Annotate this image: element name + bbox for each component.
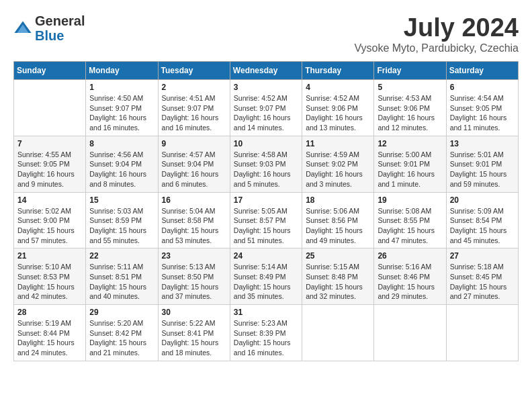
day-number: 16 (162, 195, 226, 205)
calendar-cell: 21Sunrise: 5:10 AMSunset: 8:53 PMDayligh… (14, 248, 86, 305)
calendar-cell: 24Sunrise: 5:14 AMSunset: 8:49 PMDayligh… (230, 248, 302, 305)
day-info: Sunrise: 5:04 AMSunset: 8:58 PMDaylight:… (162, 206, 226, 246)
day-number: 19 (378, 195, 442, 205)
day-number: 31 (234, 308, 298, 317)
calendar: SundayMondayTuesdayWednesdayThursdayFrid… (13, 61, 519, 361)
day-info: Sunrise: 4:58 AMSunset: 9:03 PMDaylight:… (234, 150, 298, 189)
calendar-week-2: 7Sunrise: 4:55 AMSunset: 9:05 PMDaylight… (14, 136, 519, 192)
day-number: 21 (17, 251, 82, 261)
day-info: Sunrise: 4:54 AMSunset: 9:05 PMDaylight:… (450, 93, 515, 133)
day-info: Sunrise: 4:56 AMSunset: 9:04 PMDaylight:… (89, 150, 154, 189)
calendar-cell: 31Sunrise: 5:23 AMSunset: 8:39 PMDayligh… (230, 305, 302, 361)
calendar-cell: 4Sunrise: 4:52 AMSunset: 9:06 PMDaylight… (302, 80, 374, 136)
calendar-cell: 11Sunrise: 4:59 AMSunset: 9:02 PMDayligh… (302, 136, 374, 192)
day-info: Sunrise: 5:11 AMSunset: 8:51 PMDaylight:… (89, 262, 154, 302)
day-number: 11 (306, 139, 370, 148)
month-title: July 2024 (354, 13, 519, 42)
calendar-cell: 18Sunrise: 5:06 AMSunset: 8:56 PMDayligh… (302, 192, 374, 248)
day-info: Sunrise: 5:10 AMSunset: 8:53 PMDaylight:… (17, 262, 82, 302)
day-info: Sunrise: 5:09 AMSunset: 8:54 PMDaylight:… (450, 206, 515, 246)
calendar-cell: 25Sunrise: 5:15 AMSunset: 8:48 PMDayligh… (302, 248, 374, 305)
calendar-cell: 27Sunrise: 5:18 AMSunset: 8:45 PMDayligh… (446, 248, 518, 305)
day-number: 24 (234, 251, 298, 261)
day-info: Sunrise: 5:23 AMSunset: 8:39 PMDaylight:… (234, 318, 298, 358)
day-number: 27 (450, 251, 515, 261)
logo-text: General Blue (35, 13, 85, 43)
calendar-cell: 28Sunrise: 5:19 AMSunset: 8:44 PMDayligh… (14, 305, 86, 361)
day-number: 10 (234, 139, 298, 148)
calendar-cell: 29Sunrise: 5:20 AMSunset: 8:42 PMDayligh… (86, 305, 158, 361)
day-info: Sunrise: 5:13 AMSunset: 8:50 PMDaylight:… (162, 262, 226, 302)
logo: General Blue (13, 13, 85, 43)
day-number: 5 (378, 83, 442, 92)
day-number: 6 (450, 83, 515, 92)
calendar-cell: 15Sunrise: 5:03 AMSunset: 8:59 PMDayligh… (86, 192, 158, 248)
day-info: Sunrise: 5:18 AMSunset: 8:45 PMDaylight:… (450, 262, 515, 302)
day-info: Sunrise: 4:57 AMSunset: 9:04 PMDaylight:… (162, 150, 226, 189)
day-number: 1 (89, 83, 154, 92)
page-header: General Blue July 2024 Vysoke Myto, Pard… (13, 13, 519, 54)
day-number: 20 (450, 195, 515, 205)
calendar-cell: 26Sunrise: 5:16 AMSunset: 8:46 PMDayligh… (374, 248, 446, 305)
title-section: July 2024 Vysoke Myto, Pardubicky, Czech… (354, 13, 519, 54)
calendar-cell: 16Sunrise: 5:04 AMSunset: 8:58 PMDayligh… (158, 192, 230, 248)
header-saturday: Saturday (446, 62, 518, 80)
day-number: 23 (162, 251, 226, 261)
calendar-header-row: SundayMondayTuesdayWednesdayThursdayFrid… (14, 62, 519, 80)
calendar-cell (374, 305, 446, 361)
calendar-week-4: 21Sunrise: 5:10 AMSunset: 8:53 PMDayligh… (14, 248, 519, 305)
calendar-week-5: 28Sunrise: 5:19 AMSunset: 8:44 PMDayligh… (14, 305, 519, 361)
calendar-cell: 7Sunrise: 4:55 AMSunset: 9:05 PMDaylight… (14, 136, 86, 192)
day-number: 4 (306, 83, 370, 92)
logo-icon (13, 19, 32, 38)
day-info: Sunrise: 4:53 AMSunset: 9:06 PMDaylight:… (378, 93, 442, 133)
day-number: 14 (17, 195, 82, 205)
calendar-cell: 1Sunrise: 4:50 AMSunset: 9:07 PMDaylight… (86, 80, 158, 136)
day-number: 8 (89, 139, 154, 148)
calendar-cell (302, 305, 374, 361)
calendar-cell: 14Sunrise: 5:02 AMSunset: 9:00 PMDayligh… (14, 192, 86, 248)
calendar-cell: 19Sunrise: 5:08 AMSunset: 8:55 PMDayligh… (374, 192, 446, 248)
day-info: Sunrise: 5:20 AMSunset: 8:42 PMDaylight:… (89, 318, 154, 358)
header-wednesday: Wednesday (230, 62, 302, 80)
day-info: Sunrise: 5:22 AMSunset: 8:41 PMDaylight:… (162, 318, 226, 358)
day-number: 18 (306, 195, 370, 205)
day-info: Sunrise: 4:52 AMSunset: 9:07 PMDaylight:… (234, 93, 298, 133)
calendar-cell: 23Sunrise: 5:13 AMSunset: 8:50 PMDayligh… (158, 248, 230, 305)
day-number: 12 (378, 139, 442, 148)
day-info: Sunrise: 5:01 AMSunset: 9:01 PMDaylight:… (450, 150, 515, 189)
calendar-week-3: 14Sunrise: 5:02 AMSunset: 9:00 PMDayligh… (14, 192, 519, 248)
day-number: 9 (162, 139, 226, 148)
day-number: 17 (234, 195, 298, 205)
calendar-cell (14, 80, 86, 136)
day-number: 30 (162, 308, 226, 317)
calendar-cell: 20Sunrise: 5:09 AMSunset: 8:54 PMDayligh… (446, 192, 518, 248)
day-number: 3 (234, 83, 298, 92)
day-number: 22 (89, 251, 154, 261)
header-sunday: Sunday (14, 62, 86, 80)
day-number: 2 (162, 83, 226, 92)
day-number: 29 (89, 308, 154, 317)
day-info: Sunrise: 5:08 AMSunset: 8:55 PMDaylight:… (378, 206, 442, 246)
logo-general: General (35, 13, 85, 28)
day-info: Sunrise: 4:59 AMSunset: 9:02 PMDaylight:… (306, 150, 370, 189)
logo-blue: Blue (35, 28, 85, 43)
calendar-cell: 10Sunrise: 4:58 AMSunset: 9:03 PMDayligh… (230, 136, 302, 192)
day-info: Sunrise: 4:52 AMSunset: 9:06 PMDaylight:… (306, 93, 370, 133)
calendar-cell: 30Sunrise: 5:22 AMSunset: 8:41 PMDayligh… (158, 305, 230, 361)
day-number: 15 (89, 195, 154, 205)
day-number: 25 (306, 251, 370, 261)
header-thursday: Thursday (302, 62, 374, 80)
calendar-cell: 5Sunrise: 4:53 AMSunset: 9:06 PMDaylight… (374, 80, 446, 136)
calendar-cell: 17Sunrise: 5:05 AMSunset: 8:57 PMDayligh… (230, 192, 302, 248)
day-number: 7 (17, 139, 82, 148)
calendar-cell (446, 305, 518, 361)
day-info: Sunrise: 5:14 AMSunset: 8:49 PMDaylight:… (234, 262, 298, 302)
day-info: Sunrise: 5:05 AMSunset: 8:57 PMDaylight:… (234, 206, 298, 246)
day-info: Sunrise: 4:51 AMSunset: 9:07 PMDaylight:… (162, 93, 226, 133)
day-info: Sunrise: 5:19 AMSunset: 8:44 PMDaylight:… (17, 318, 82, 358)
calendar-week-1: 1Sunrise: 4:50 AMSunset: 9:07 PMDaylight… (14, 80, 519, 136)
location-title: Vysoke Myto, Pardubicky, Czechia (354, 42, 519, 54)
day-number: 26 (378, 251, 442, 261)
header-friday: Friday (374, 62, 446, 80)
